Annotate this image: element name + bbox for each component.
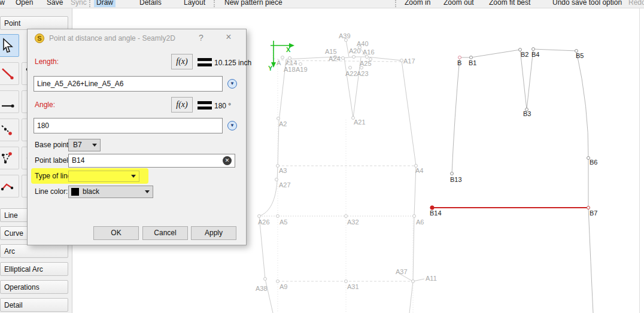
- toolbar-separator: [89, 0, 90, 7]
- toolbar-separator: [395, 0, 396, 7]
- angle-formula-input[interactable]: 180: [34, 118, 223, 133]
- curve-point-icon: [0, 122, 16, 138]
- dialog-close-button[interactable]: ×: [223, 32, 235, 42]
- length-formula-button[interactable]: f(x): [171, 54, 193, 69]
- toolbar-button-new[interactable]: New: [0, 0, 7, 7]
- sidebar-section-point[interactable]: Point: [0, 16, 68, 30]
- type-of-line-dropdown[interactable]: [68, 171, 139, 182]
- equals-icon: [198, 58, 212, 66]
- main-toolbar: NewOpenSaveSyncDrawDetailsLayoutNew patt…: [0, 0, 644, 8]
- line-color-label: Line color:: [35, 187, 68, 196]
- seamly2d-logo-icon: S: [35, 34, 44, 43]
- toolbar-button-draw[interactable]: Draw: [94, 0, 116, 7]
- tool-button-line-point[interactable]: [0, 62, 19, 85]
- angle-expand-icon[interactable]: ▼: [227, 121, 237, 130]
- select-arrow-icon: [0, 38, 16, 53]
- base-point-value: B7: [73, 141, 82, 149]
- line-point-icon: [0, 66, 16, 81]
- tool-button-intersect-point[interactable]: [0, 147, 19, 169]
- sidebar-section-detail[interactable]: Detail: [0, 298, 68, 312]
- point-label-value: B14: [72, 156, 84, 165]
- toolbar-button-zoom-out[interactable]: Zoom out: [441, 0, 476, 7]
- angle-result: 180 °: [214, 102, 231, 110]
- toolbar-button-details[interactable]: Details: [137, 0, 164, 7]
- apply-button[interactable]: Apply: [191, 226, 236, 240]
- dialog-help-button[interactable]: ?: [195, 33, 207, 42]
- point-at-distance-angle-dialog: S Point at distance and angle - Seamly2D…: [27, 29, 247, 245]
- length-formula-input[interactable]: Line_A5_A26+Line_A5_A6: [34, 76, 223, 92]
- line-color-dropdown[interactable]: black: [68, 186, 153, 198]
- length-expand-icon[interactable]: ▼: [227, 79, 237, 89]
- dialog-titlebar[interactable]: S Point at distance and angle - Seamly2D…: [28, 29, 246, 47]
- bisector-icon: [0, 178, 16, 194]
- chevron-down-icon: [145, 190, 150, 193]
- toolbar-button-sync: Sync: [68, 0, 89, 7]
- equals-icon: [198, 101, 212, 110]
- toolbar-button-new-pattern-piece[interactable]: New pattern piece: [222, 0, 285, 7]
- toolbar-separator: [214, 0, 215, 7]
- ok-button[interactable]: OK: [93, 226, 139, 240]
- angle-label: Angle:: [35, 101, 55, 109]
- chevron-down-icon: [131, 175, 136, 178]
- point-label-input[interactable]: B14 ✕: [68, 154, 235, 168]
- chevron-down-icon: [92, 144, 97, 147]
- dialog-title: Point at distance and angle - Seamly2D: [49, 34, 175, 42]
- angle-formula-button[interactable]: f(x): [171, 97, 193, 113]
- length-label: Length:: [35, 57, 59, 66]
- base-point-dropdown[interactable]: B7: [68, 139, 101, 151]
- tool-button-select-arrow[interactable]: [0, 34, 19, 57]
- base-point-label: Base point:: [35, 141, 71, 149]
- canvas-edge-divider: [639, 8, 640, 313]
- color-swatch: [71, 188, 79, 196]
- intersect-point-icon: [0, 150, 16, 166]
- toolbar-button-redo: Redo: [626, 0, 644, 7]
- toolbar-button-undo-save-tool-option[interactable]: Undo save tool option: [550, 0, 624, 7]
- sidebar-section-operations[interactable]: Operations: [0, 280, 68, 294]
- toolbar-button-zoom-fit-best[interactable]: Zoom fit best: [487, 0, 533, 7]
- clear-icon[interactable]: ✕: [223, 156, 232, 165]
- toolbar-button-save[interactable]: Save: [44, 0, 65, 7]
- point-label-label: Point label:: [35, 156, 70, 165]
- toolbar-button-open[interactable]: Open: [13, 0, 35, 7]
- length-result: 10.125 inch: [214, 59, 251, 67]
- tool-button-bisector[interactable]: [0, 175, 19, 197]
- cancel-button[interactable]: Cancel: [142, 226, 188, 240]
- sidebar-section-arc[interactable]: Arc: [0, 244, 68, 258]
- toolbar-button-zoom-in[interactable]: Zoom in: [402, 0, 433, 7]
- line-color-value: black: [83, 186, 99, 197]
- tool-button-curve-point[interactable]: [0, 118, 19, 141]
- sidebar-section-elliptical-arc[interactable]: Elliptical Arc: [0, 262, 68, 276]
- type-of-line-label: Type of line:: [35, 172, 74, 180]
- toolbar-button-layout[interactable]: Layout: [181, 0, 208, 7]
- tool-button-along-line[interactable]: [0, 90, 19, 113]
- along-line-icon: [0, 94, 16, 110]
